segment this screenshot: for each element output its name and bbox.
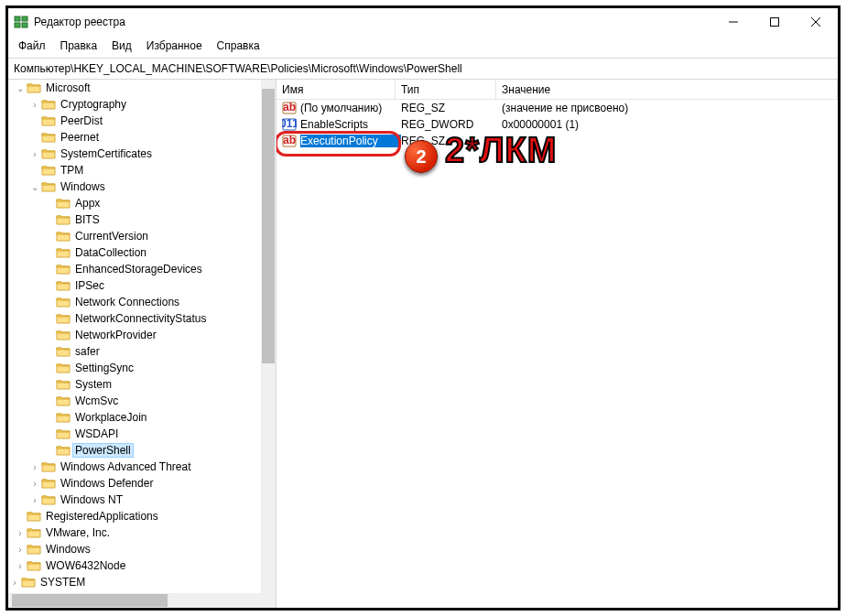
folder-icon: [56, 444, 70, 457]
registry-value-row[interactable]: 011EnableScriptsREG_DWORD0x00000001 (1): [277, 116, 838, 133]
column-type[interactable]: Тип: [396, 81, 496, 99]
tree-node-label: Cryptography: [59, 98, 128, 111]
maximize-button[interactable]: [754, 9, 795, 36]
value-type-cell: REG_DWORD: [401, 118, 502, 131]
tree-node[interactable]: PeerDist: [8, 113, 261, 129]
menu-favorites[interactable]: Избранное: [140, 38, 209, 54]
folder-icon: [56, 230, 70, 243]
tree-node-label: safer: [73, 345, 102, 358]
tree-node[interactable]: ›Windows: [8, 541, 261, 557]
tree-node[interactable]: safer: [8, 343, 261, 360]
minimize-button[interactable]: [712, 9, 754, 36]
tree-node-label: Peernet: [59, 131, 101, 144]
tree-node[interactable]: ⌄Windows: [8, 178, 261, 195]
tree-node-label: EnhancedStorageDevices: [73, 263, 204, 276]
expand-icon[interactable]: ›: [14, 545, 27, 555]
tree-node-label: CurrentVersion: [73, 230, 150, 243]
menu-file[interactable]: Файл: [12, 38, 52, 54]
tree-node[interactable]: System: [8, 376, 261, 393]
expand-icon[interactable]: ›: [14, 528, 27, 538]
tree-node-label: VMware, Inc.: [44, 526, 112, 539]
folder-icon: [56, 411, 70, 424]
collapse-icon[interactable]: ⌄: [28, 182, 41, 192]
tree-node[interactable]: RegisteredApplications: [8, 508, 261, 524]
registry-value-row[interactable]: abExecutionPolicyREG_SZ: [277, 133, 838, 149]
window-title: Редактор реестра: [34, 16, 712, 28]
tree-node[interactable]: NetworkConnectivityStatus: [8, 310, 261, 327]
tree-node[interactable]: DataCollection: [8, 244, 261, 261]
tree-vertical-scrollbar[interactable]: [261, 80, 276, 593]
column-name[interactable]: Имя: [277, 81, 396, 99]
expand-icon[interactable]: ›: [28, 462, 41, 472]
folder-icon: [56, 362, 70, 374]
tree-node[interactable]: Network Connections: [8, 294, 261, 310]
value-name-cell: ExecutionPolicy: [300, 135, 401, 147]
folder-icon: [56, 197, 70, 210]
tree-node[interactable]: ›Windows Defender: [8, 475, 261, 492]
expand-icon[interactable]: ›: [14, 561, 27, 571]
tree-node[interactable]: ›Windows NT: [8, 492, 261, 508]
expand-icon[interactable]: ›: [28, 495, 41, 505]
tree-node[interactable]: Appx: [8, 195, 261, 211]
split-area: ⌄Microsoft›CryptographyPeerDistPeernet›S…: [8, 80, 838, 608]
tree-node[interactable]: IPSec: [8, 277, 261, 294]
tree-node[interactable]: TPM: [8, 162, 261, 178]
tree-node[interactable]: Peernet: [8, 129, 261, 146]
tree-node[interactable]: ›VMware, Inc.: [8, 524, 261, 541]
tree-node[interactable]: EnhancedStorageDevices: [8, 261, 261, 277]
folder-icon: [56, 213, 70, 226]
folder-icon: [41, 164, 56, 177]
tree-node[interactable]: WcmSvc: [8, 393, 261, 409]
folder-icon: [41, 460, 56, 473]
tree-node-label: SystemCertificates: [59, 147, 154, 160]
tree-node[interactable]: ›Cryptography: [8, 96, 261, 113]
tree-horizontal-scrollbar[interactable]: [8, 593, 261, 608]
folder-icon: [41, 493, 56, 506]
tree-node-label: DataCollection: [73, 246, 148, 259]
svg-rect-3: [22, 23, 27, 27]
close-button[interactable]: [795, 9, 836, 36]
tree-node[interactable]: ›WOW6432Node: [8, 557, 261, 574]
tree-node-label: SYSTEM: [38, 576, 87, 589]
tree-node[interactable]: ›SYSTEM: [8, 574, 261, 590]
tree-node[interactable]: WorkplaceJoin: [8, 409, 261, 426]
tree-node[interactable]: ›Windows Advanced Threat: [8, 459, 261, 475]
folder-icon: [56, 329, 70, 341]
folder-icon: [56, 427, 70, 440]
column-value[interactable]: Значение: [496, 81, 838, 99]
collapse-icon[interactable]: ⌄: [14, 83, 27, 93]
tree-node-label: WcmSvc: [73, 394, 120, 407]
folder-icon: [56, 345, 70, 358]
svg-rect-5: [770, 18, 778, 27]
address-bar[interactable]: Компьютер\HKEY_LOCAL_MACHINE\SOFTWARE\Po…: [8, 58, 838, 80]
value-name-cell: (По умолчанию): [300, 102, 401, 114]
tree-node[interactable]: WSDAPI: [8, 426, 261, 442]
tree-node-label: WOW6432Node: [44, 559, 127, 572]
folder-icon: [56, 378, 70, 391]
tree-pane: ⌄Microsoft›CryptographyPeerDistPeernet›S…: [8, 80, 277, 608]
tree-node[interactable]: NetworkProvider: [8, 327, 261, 343]
svg-text:ab: ab: [283, 101, 296, 113]
tree-node[interactable]: ⌄Microsoft: [8, 80, 261, 96]
tree-node-label: Windows Advanced Threat: [59, 460, 193, 473]
expand-icon[interactable]: ›: [8, 578, 21, 588]
tree-node[interactable]: ›SystemCertificates: [8, 146, 261, 162]
folder-icon: [41, 477, 56, 490]
folder-icon: [56, 279, 70, 292]
expand-icon[interactable]: ›: [28, 100, 41, 110]
menubar: Файл Правка Вид Избранное Справка: [8, 36, 838, 58]
app-icon: [14, 15, 28, 29]
folder-icon: [56, 296, 70, 308]
tree-node[interactable]: CurrentVersion: [8, 228, 261, 244]
menu-edit[interactable]: Правка: [54, 38, 104, 54]
titlebar: Редактор реестра: [8, 8, 838, 36]
tree-node[interactable]: BITS: [8, 211, 261, 228]
tree-node-label: TPM: [59, 164, 85, 177]
expand-icon[interactable]: ›: [28, 479, 41, 489]
tree-node[interactable]: PowerShell: [8, 442, 261, 459]
expand-icon[interactable]: ›: [28, 149, 41, 159]
registry-value-row[interactable]: ab(По умолчанию)REG_SZ(значение не присв…: [277, 100, 838, 116]
tree-node[interactable]: SettingSync: [8, 360, 261, 376]
menu-view[interactable]: Вид: [105, 38, 138, 54]
menu-help[interactable]: Справка: [211, 38, 266, 54]
